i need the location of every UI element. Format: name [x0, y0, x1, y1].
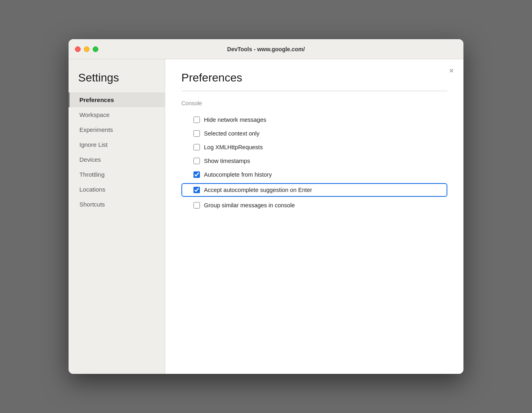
- hide-network-label[interactable]: Hide network messages: [204, 117, 266, 123]
- sidebar-item-locations[interactable]: Locations: [69, 182, 165, 197]
- checkbox-hide-network: Hide network messages: [181, 113, 447, 127]
- titlebar: DevTools - www.google.com/: [69, 39, 463, 59]
- group-similar-checkbox[interactable]: [193, 202, 200, 209]
- sidebar-item-shortcuts[interactable]: Shortcuts: [69, 197, 165, 212]
- sidebar-item-ignore-list[interactable]: Ignore List: [69, 137, 165, 152]
- main-content: × Preferences Console Hide network messa…: [165, 59, 463, 374]
- show-timestamps-label[interactable]: Show timestamps: [204, 158, 250, 164]
- group-similar-label[interactable]: Group similar messages in console: [204, 202, 295, 209]
- minimize-traffic-light[interactable]: [84, 46, 89, 52]
- checkbox-autocomplete-history: Autocomplete from history: [181, 168, 447, 181]
- console-section-title: Console: [181, 100, 447, 106]
- checkbox-group-similar: Group similar messages in console: [181, 198, 447, 212]
- close-button[interactable]: ×: [449, 67, 454, 75]
- sidebar-item-throttling[interactable]: Throttling: [69, 167, 165, 182]
- show-timestamps-checkbox[interactable]: [193, 158, 200, 164]
- maximize-traffic-light[interactable]: [93, 46, 98, 52]
- checkbox-log-xmlhttp: Log XMLHttpRequests: [181, 140, 447, 154]
- content-area: Settings Preferences Workspace Experimen…: [69, 59, 463, 374]
- accept-autocomplete-label[interactable]: Accept autocomplete suggestion on Enter: [204, 187, 312, 193]
- autocomplete-history-label[interactable]: Autocomplete from history: [204, 171, 272, 178]
- window-title: DevTools - www.google.com/: [227, 46, 305, 52]
- traffic-lights: [75, 46, 98, 52]
- autocomplete-history-checkbox[interactable]: [193, 171, 200, 178]
- sidebar-item-workspace[interactable]: Workspace: [69, 107, 165, 122]
- log-xmlhttp-label[interactable]: Log XMLHttpRequests: [204, 144, 263, 150]
- devtools-window: DevTools - www.google.com/ Settings Pref…: [69, 39, 463, 374]
- sidebar: Settings Preferences Workspace Experimen…: [69, 59, 165, 374]
- sidebar-item-experiments[interactable]: Experiments: [69, 122, 165, 137]
- sidebar-item-preferences[interactable]: Preferences: [69, 92, 165, 107]
- log-xmlhttp-checkbox[interactable]: [193, 144, 200, 150]
- accept-autocomplete-checkbox[interactable]: [193, 187, 200, 193]
- section-divider: [181, 91, 447, 91]
- hide-network-checkbox[interactable]: [193, 117, 200, 123]
- checkbox-show-timestamps: Show timestamps: [181, 154, 447, 168]
- selected-context-checkbox[interactable]: [193, 130, 200, 137]
- close-traffic-light[interactable]: [75, 46, 81, 52]
- sidebar-item-devices[interactable]: Devices: [69, 152, 165, 167]
- checkbox-accept-autocomplete: Accept autocomplete suggestion on Enter: [181, 183, 447, 197]
- checkbox-selected-context: Selected context only: [181, 127, 447, 140]
- main-title: Preferences: [181, 71, 447, 84]
- sidebar-heading: Settings: [69, 71, 165, 92]
- sidebar-nav: Preferences Workspace Experiments Ignore…: [69, 92, 165, 212]
- selected-context-label[interactable]: Selected context only: [204, 130, 260, 137]
